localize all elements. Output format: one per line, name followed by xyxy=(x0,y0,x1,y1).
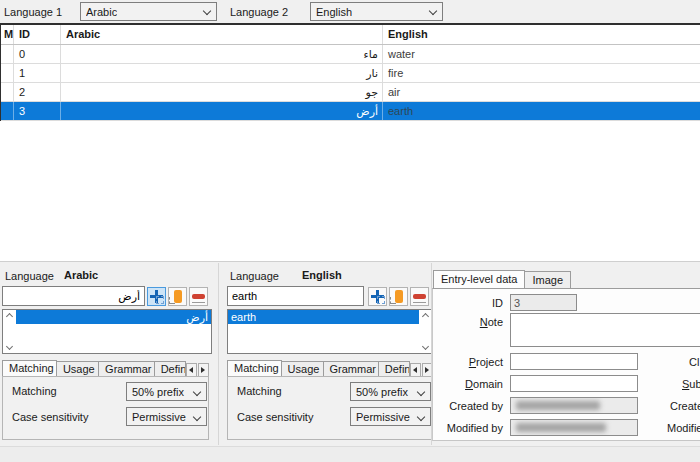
triangle-right-icon xyxy=(201,367,205,373)
chevron-down-icon[interactable] xyxy=(6,343,13,350)
domain-label: Domain xyxy=(430,378,503,390)
matching-value: 50% prefix xyxy=(132,386,184,398)
orange-bar-icon xyxy=(174,290,182,303)
chevron-down-icon xyxy=(417,413,425,421)
triangle-left-icon xyxy=(189,367,193,373)
chevron-down-icon xyxy=(429,7,437,15)
note-label: Note xyxy=(430,316,503,328)
english-detail-tabs: Matching Usage Grammar Defin xyxy=(227,360,433,377)
grid-row[interactable]: 1 نار fire xyxy=(1,64,700,83)
english-language-label: Language xyxy=(230,270,279,282)
list-item-selected[interactable]: earth xyxy=(228,310,419,324)
english-language-name: English xyxy=(302,269,342,281)
english-delete-term-button[interactable] xyxy=(410,287,429,306)
grid-cell-arabic: ماء xyxy=(61,45,383,63)
matching-value: 50% prefix xyxy=(356,386,408,398)
project-field[interactable] xyxy=(510,353,638,370)
tab-usage[interactable]: Usage xyxy=(56,361,99,377)
case-sensitivity-value: Permissive xyxy=(132,411,186,423)
chevron-up-icon[interactable] xyxy=(422,313,429,320)
dashed-selection-icon xyxy=(377,296,385,304)
list-item-selected[interactable]: أرض xyxy=(16,310,211,324)
grid-header-english[interactable]: English xyxy=(383,25,700,44)
english-term-list[interactable]: earth xyxy=(227,309,433,354)
tab-matching[interactable]: Matching xyxy=(2,360,57,377)
arabic-case-sensitivity-select[interactable]: Permissive xyxy=(126,407,207,426)
panel-divider xyxy=(218,263,219,445)
english-term-input[interactable] xyxy=(227,286,364,306)
id-field xyxy=(510,294,577,311)
chevron-up-icon[interactable] xyxy=(6,313,13,320)
english-matching-tabpage: Matching 50% prefix Case sensitivity Per… xyxy=(227,376,433,440)
tab-grammar[interactable]: Grammar xyxy=(98,361,155,377)
grid-cell-arabic: أرض xyxy=(61,102,383,120)
grid-row[interactable]: 2 جو air xyxy=(1,83,700,102)
redacted-value xyxy=(516,423,606,432)
grid-header-id[interactable]: ID xyxy=(14,25,61,44)
tab-matching[interactable]: Matching xyxy=(227,360,282,377)
english-case-sensitivity-select[interactable]: Permissive xyxy=(350,407,431,426)
domain-field[interactable] xyxy=(510,375,638,392)
matching-label: Matching xyxy=(12,385,57,397)
language1-combo[interactable]: Arabic xyxy=(80,2,217,21)
tab-entry-level-data[interactable]: Entry-level data xyxy=(433,270,525,289)
status-bar xyxy=(0,446,700,462)
grid-row[interactable]: 0 ماء water xyxy=(1,45,700,64)
tab-scroll-left-button[interactable] xyxy=(410,363,421,377)
grid-cell-id: 0 xyxy=(14,45,61,63)
tab-scroll-left-button[interactable] xyxy=(186,363,197,377)
modified-by-field xyxy=(510,419,638,436)
grid-cell-arabic: جو xyxy=(61,83,383,101)
entries-area: M ID Arabic English 0 ماء water 1 نار fi… xyxy=(0,23,700,262)
red-dash-icon xyxy=(192,294,205,299)
id-label: ID xyxy=(430,297,503,309)
arabic-replace-term-button[interactable] xyxy=(168,287,187,306)
english-replace-term-button[interactable] xyxy=(389,287,408,306)
tab-usage[interactable]: Usage xyxy=(281,361,324,377)
grid-row-selected[interactable]: 3 أرض earth xyxy=(1,102,700,121)
english-matching-select[interactable]: 50% prefix xyxy=(350,382,431,401)
chevron-down-icon[interactable] xyxy=(422,343,429,350)
grid-cell-arabic: نار xyxy=(61,64,383,82)
language2-combo[interactable]: English xyxy=(310,2,443,21)
orange-bar-icon xyxy=(395,290,403,303)
list-scrollbar[interactable] xyxy=(3,310,16,353)
created-label-right: Create xyxy=(670,400,700,412)
tab-scroll-right-button[interactable] xyxy=(198,363,209,377)
chevron-down-icon xyxy=(203,7,211,15)
modified-label-right: Modifie xyxy=(667,422,700,434)
grid-cell-id: 3 xyxy=(14,102,61,120)
arabic-term-input[interactable] xyxy=(2,286,145,306)
arabic-matching-select[interactable]: 50% prefix xyxy=(126,382,207,401)
tab-image[interactable]: Image xyxy=(524,271,571,289)
arabic-detail-tabs: Matching Usage Grammar Defin xyxy=(2,360,209,377)
tab-grammar[interactable]: Grammar xyxy=(323,361,379,377)
grid-cell-english: fire xyxy=(383,64,700,82)
grid-header-arabic[interactable]: Arabic xyxy=(61,25,383,44)
grid-cell-m xyxy=(1,64,14,82)
matching-label: Matching xyxy=(237,385,282,397)
grid-cell-id: 1 xyxy=(14,64,61,82)
application-window: Language 1 Arabic Language 2 English M I… xyxy=(0,0,700,462)
grid-cell-m xyxy=(1,102,14,120)
grid-cell-english: air xyxy=(383,83,700,101)
triangle-right-icon xyxy=(425,367,429,373)
client-label: Cl xyxy=(689,356,699,368)
note-textarea[interactable] xyxy=(510,313,700,347)
arabic-language-name: Arabic xyxy=(64,269,98,281)
tab-definition[interactable]: Defin xyxy=(154,361,186,377)
grid-header-m[interactable]: M xyxy=(1,25,14,44)
chevron-down-icon xyxy=(193,388,201,396)
subject-label: Sub xyxy=(682,378,700,390)
english-add-term-button[interactable] xyxy=(368,287,387,306)
grid-cell-m xyxy=(1,45,14,63)
tab-definition[interactable]: Defin xyxy=(378,361,410,377)
language2-value: English xyxy=(316,6,352,18)
arabic-delete-term-button[interactable] xyxy=(189,287,208,306)
arabic-add-term-button[interactable] xyxy=(147,287,166,306)
entries-grid: M ID Arabic English 0 ماء water 1 نار fi… xyxy=(0,25,700,121)
grid-header-row: M ID Arabic English xyxy=(1,25,700,45)
arabic-language-label: Language xyxy=(5,270,54,282)
arabic-term-list[interactable]: أرض xyxy=(2,309,212,354)
chevron-down-icon xyxy=(417,388,425,396)
